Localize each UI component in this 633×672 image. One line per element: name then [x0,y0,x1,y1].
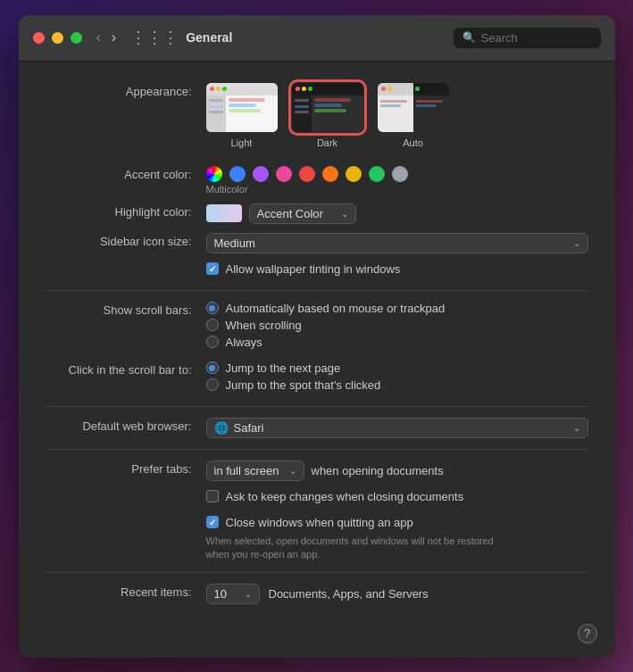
browser-icon: 🌐 [214,421,229,435]
maximize-button[interactable] [71,32,82,44]
accent-dot-blue[interactable] [229,166,246,182]
sidebar-icon-row: Sidebar icon size: Medium ⌄ [46,233,588,253]
divider-2 [46,406,588,407]
divider-3 [46,449,588,450]
default-browser-label: Default web browser: [46,418,206,433]
appearance-option-dark[interactable]: Dark [292,83,363,148]
sidebar-icon-label: Sidebar icon size: [46,233,206,248]
scroll-always-row: Always [206,336,588,349]
appearance-controls: Light [206,83,588,148]
ask-keep-checkbox[interactable] [206,490,219,502]
accent-dot-purple[interactable] [253,166,269,182]
search-input[interactable] [481,31,592,45]
scroll-auto-label: Automatically based on mouse or trackpad [226,302,446,315]
appearance-light-label: Light [231,137,253,148]
accent-dot-pink[interactable] [276,166,292,182]
click-spot-radio[interactable] [206,378,219,391]
click-scroll-row: Click in the scroll bar to: Jump to the … [46,361,588,395]
click-scroll-label: Click in the scroll bar to: [46,361,206,377]
appearance-thumb-dark[interactable] [292,83,363,132]
accent-color-row: Accent color: Multicolor [46,166,588,195]
scroll-bars-label: Show scroll bars: [46,302,206,317]
close-button[interactable] [33,32,45,44]
accent-color-label: Accent color: [46,166,206,181]
highlight-swatch [206,204,242,222]
accent-dot-orange[interactable] [322,166,338,182]
accent-dot-yellow[interactable] [346,166,362,182]
prefer-tabs-arrow: ⌄ [289,466,296,476]
accent-selected-label: Multicolor [206,184,588,195]
wallpaper-checkbox-row: Allow wallpaper tinting in windows [206,262,588,276]
click-next-page-label: Jump to the next page [226,361,341,375]
recent-items-label: Recent items: [46,584,206,599]
appearance-thumb-light[interactable] [206,83,278,132]
forward-arrow[interactable]: › [108,28,120,47]
help-button[interactable]: ? [578,624,597,643]
accent-color-controls: Multicolor [206,166,588,195]
minimize-button[interactable] [52,32,63,44]
traffic-lights [33,32,82,44]
prefer-tabs-label: Prefer tabs: [46,460,206,476]
scroll-auto-radio[interactable] [206,302,219,314]
titlebar: ‹ › ⋮⋮⋮ General 🔍 [19,15,615,62]
appearance-auto-label: Auto [403,137,423,148]
browser-inner: 🌐 Safari [214,421,264,435]
wallpaper-label: Allow wallpaper tinting in windows [226,262,401,276]
recent-items-value: 10 [214,587,227,601]
prefer-tabs-dropdown[interactable]: in full screen ⌄ [206,460,304,481]
wallpaper-controls: Allow wallpaper tinting in windows [206,262,588,279]
default-browser-dropdown[interactable]: 🌐 Safari ⌄ [206,418,588,438]
default-browser-row: Default web browser: 🌐 Safari ⌄ [46,418,588,438]
close-windows-controls: Close windows when quitting an app When … [206,516,588,562]
settings-window: ‹ › ⋮⋮⋮ General 🔍 Appearance: [19,15,615,658]
search-icon: 🔍 [462,31,476,44]
accent-dot-graphite[interactable] [392,166,408,182]
search-box[interactable]: 🔍 [454,28,601,48]
appearance-options: Light [206,83,588,148]
browser-dropdown-arrow: ⌄ [573,423,580,433]
close-windows-label: Close windows when quitting an app [226,516,413,529]
close-windows-checkbox-row: Close windows when quitting an app [206,516,588,529]
scroll-bars-controls: Automatically based on mouse or trackpad… [206,302,588,353]
window-title: General [186,30,453,45]
prefer-tabs-controls: in full screen ⌄ when opening documents [206,460,588,481]
accent-dot-multicolor[interactable] [206,166,222,182]
appearance-thumb-auto[interactable] [378,83,449,132]
highlight-color-value: Accent Color [257,207,323,220]
highlight-color-label: Highlight color: [46,203,206,219]
scroll-always-radio[interactable] [206,336,219,348]
appearance-option-light[interactable]: Light [206,83,278,148]
scroll-scrolling-label: When scrolling [226,319,302,332]
prefer-tabs-suffix: when opening documents [312,464,444,477]
appearance-option-auto[interactable]: Auto [378,83,449,148]
scroll-scrolling-row: When scrolling [206,319,588,332]
click-spot-row: Jump to the spot that's clicked [206,378,588,392]
settings-content: Appearance: [19,62,615,635]
recent-items-suffix: Documents, Apps, and Servers [269,587,429,601]
scroll-scrolling-radio[interactable] [206,319,219,331]
sidebar-icon-controls: Medium ⌄ [206,233,588,253]
ask-keep-label: Ask to keep changes when closing documen… [226,490,464,503]
wallpaper-checkbox[interactable] [206,262,219,275]
close-windows-checkbox[interactable] [206,516,219,528]
recent-items-stepper[interactable]: 10 ⌄ [206,584,260,604]
grid-icon[interactable]: ⋮⋮⋮ [130,28,179,47]
accent-dot-green[interactable] [369,166,385,182]
click-spot-label: Jump to the spot that's clicked [226,378,381,392]
click-next-page-radio[interactable] [206,361,219,374]
divider-4 [46,572,588,573]
highlight-color-controls: Accent Color ⌄ [206,203,588,224]
wallpaper-row: Allow wallpaper tinting in windows [46,262,588,279]
highlight-color-dropdown[interactable]: Accent Color ⌄ [249,203,356,224]
appearance-dark-label: Dark [317,137,337,148]
ask-keep-row: Ask to keep changes when closing documen… [46,490,588,507]
window-content: Appearance: [19,62,615,658]
sidebar-icon-dropdown[interactable]: Medium ⌄ [206,233,588,253]
back-arrow[interactable]: ‹ [93,28,104,47]
close-windows-note: When selected, open documents and window… [206,535,510,562]
ask-keep-empty-label [46,490,206,492]
accent-dot-red[interactable] [299,166,315,182]
scroll-bars-row: Show scroll bars: Automatically based on… [46,302,588,353]
default-browser-controls: 🌐 Safari ⌄ [206,418,588,438]
appearance-label: Appearance: [46,83,206,98]
